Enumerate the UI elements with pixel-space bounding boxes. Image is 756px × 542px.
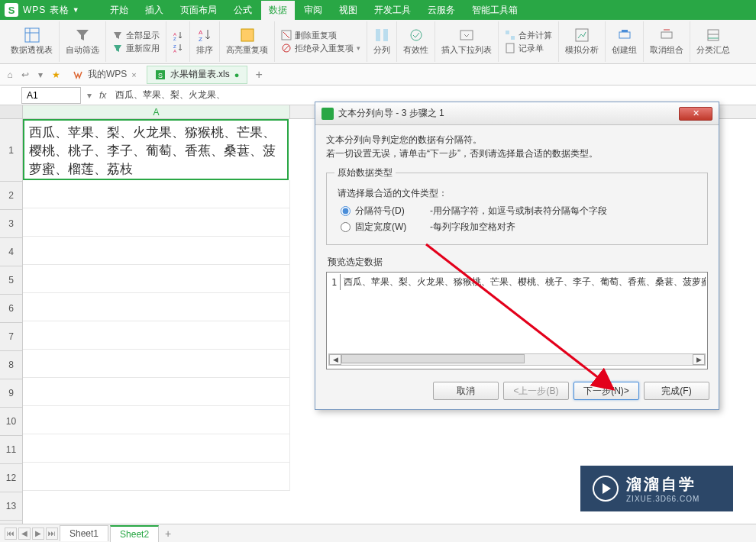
menu-formula[interactable]: 公式: [226, 1, 260, 20]
simulate-icon: [574, 27, 590, 43]
row-header-1[interactable]: 1: [0, 119, 22, 182]
dialog-titlebar[interactable]: 文本分列向导 - 3 步骤之 1 ✕: [315, 102, 719, 125]
cell-row[interactable]: [23, 350, 290, 378]
simulate-button[interactable]: 模拟分析: [565, 27, 599, 56]
highlight-dup-button[interactable]: 高亮重复项: [226, 27, 268, 56]
add-sheet-button[interactable]: +: [160, 527, 176, 540]
row-header-2[interactable]: 2: [0, 182, 22, 210]
cell-a1[interactable]: 西瓜、苹果、梨、火龙果、猕猴桃、芒果、樱桃、桃子、李子、葡萄、香蕉、桑葚、菠萝蜜…: [23, 119, 289, 180]
sheet-nav-last-icon[interactable]: ⏭: [46, 527, 58, 540]
remove-dup-button[interactable]: 删除重复项: [281, 30, 337, 41]
row-header-10[interactable]: 10: [0, 408, 22, 436]
name-box-dropdown-icon[interactable]: ▾: [84, 90, 95, 101]
cell-row[interactable]: [23, 208, 290, 237]
validation-button[interactable]: 有效性: [403, 27, 428, 56]
next-button[interactable]: 下一步(N)>: [573, 382, 639, 400]
radio-delimited[interactable]: [341, 206, 351, 216]
name-box[interactable]: A1: [21, 87, 81, 104]
row-header-5[interactable]: 5: [0, 266, 22, 295]
svg-text:A: A: [199, 29, 203, 36]
select-all-corner[interactable]: [0, 105, 22, 119]
record-button[interactable]: 记录单: [505, 43, 544, 54]
menu-review[interactable]: 审阅: [296, 1, 330, 20]
svg-rect-23: [622, 30, 628, 32]
formula-input[interactable]: 西瓜、苹果、梨、火龙果、: [111, 89, 756, 102]
scroll-right-icon[interactable]: ▶: [693, 354, 705, 365]
menu-smart-tools[interactable]: 智能工具箱: [464, 1, 525, 20]
cell-row[interactable]: [23, 293, 290, 321]
scroll-thumb[interactable]: [341, 354, 525, 363]
subtotal-icon: [706, 27, 721, 43]
tab-my-wps[interactable]: 我的WPS ×: [64, 66, 145, 84]
row-header-6[interactable]: 6: [0, 295, 22, 323]
original-data-type-group: 原始数据类型 请选择最合适的文件类型： 分隔符号(D) -用分隔字符，如逗号或制…: [326, 166, 708, 245]
prev-button[interactable]: <上一步(B): [503, 382, 569, 400]
sheet-nav-prev-icon[interactable]: ◀: [18, 527, 31, 540]
group-button[interactable]: 创建组: [612, 27, 637, 56]
sort-button[interactable]: AZ排序: [196, 27, 213, 56]
cancel-button[interactable]: 取消: [433, 382, 499, 400]
menu-view[interactable]: 视图: [331, 1, 365, 20]
sheet-nav-first-icon[interactable]: ⏮: [5, 527, 17, 540]
row-header-4[interactable]: 4: [0, 238, 22, 266]
row-header-9[interactable]: 9: [0, 379, 22, 408]
main-menu: 开始 插入 页面布局 公式 数据 审阅 视图 开发工具 云服务 智能工具箱: [102, 1, 525, 20]
insert-dropdown-button[interactable]: 插入下拉列表: [441, 27, 492, 56]
cell-row[interactable]: [23, 265, 290, 293]
cell-row[interactable]: [23, 463, 290, 491]
cell-row[interactable]: [23, 321, 290, 350]
finish-button[interactable]: 完成(F): [644, 382, 709, 400]
column-header-a[interactable]: A: [23, 105, 290, 118]
cell-row[interactable]: [23, 378, 290, 406]
close-icon[interactable]: ×: [131, 70, 136, 79]
watermark-badge: 溜溜自学 ZIXUE.3D66.COM: [580, 466, 733, 511]
sort-asc-icon[interactable]: AZ: [173, 31, 183, 41]
doctab-dropdown-icon[interactable]: ▾: [34, 68, 47, 82]
row-header-13[interactable]: 13: [0, 492, 22, 521]
row-header-8[interactable]: 8: [0, 351, 22, 379]
preview-label: 预览选定数据: [328, 256, 708, 269]
cell-row[interactable]: [23, 434, 290, 463]
cell-row[interactable]: [23, 406, 290, 434]
scroll-left-icon[interactable]: ◀: [329, 354, 341, 365]
consolidate-button[interactable]: 合并计算: [505, 30, 552, 41]
new-tab-button[interactable]: +: [249, 68, 268, 82]
sheet-tab-2[interactable]: Sheet2: [110, 525, 159, 542]
text-to-columns-button[interactable]: 分列: [373, 27, 390, 56]
reapply-button[interactable]: 重新应用: [112, 43, 160, 54]
menu-cloud[interactable]: 云服务: [420, 1, 463, 20]
menu-insert[interactable]: 插入: [137, 1, 171, 20]
sort-desc-icon[interactable]: ZA: [173, 43, 183, 53]
radio-fixed-width[interactable]: [341, 222, 351, 232]
fx-icon[interactable]: fx: [95, 90, 111, 101]
sheet-tab-1[interactable]: Sheet1: [60, 525, 108, 541]
menu-devtools[interactable]: 开发工具: [367, 1, 418, 20]
menu-start[interactable]: 开始: [102, 1, 136, 20]
app-name: WPS 表格: [23, 4, 69, 17]
row-header-3[interactable]: 3: [0, 210, 22, 238]
show-all-button[interactable]: 全部显示: [112, 30, 160, 41]
cell-row[interactable]: [23, 237, 290, 265]
reject-dup-button[interactable]: 拒绝录入重复项 ▾: [281, 43, 360, 54]
cell-row[interactable]: [23, 180, 290, 208]
row-header-12[interactable]: 12: [0, 464, 22, 492]
autofilter-button[interactable]: 自动筛选: [66, 27, 99, 56]
favourite-icon[interactable]: ★: [49, 68, 63, 82]
pivot-table-button[interactable]: 数据透视表: [11, 27, 53, 56]
subtotal-button[interactable]: 分类汇总: [696, 27, 730, 56]
spreadsheet-file-icon: S: [155, 69, 166, 80]
nav-home-icon[interactable]: ⌂: [3, 68, 17, 82]
preview-h-scrollbar[interactable]: ◀ ▶: [328, 353, 706, 366]
sheet-nav-next-icon[interactable]: ▶: [32, 527, 44, 540]
close-icon[interactable]: ●: [234, 70, 240, 79]
dialog-description: 文本分列向导判定您的数据有分隔符。 若一切设置无误，请单击“下一步”，否则请选择…: [326, 133, 708, 160]
ungroup-button[interactable]: 取消组合: [650, 27, 683, 56]
app-menu-dropdown-icon[interactable]: ▼: [73, 6, 79, 14]
dialog-close-button[interactable]: ✕: [679, 107, 712, 121]
nav-back-icon[interactable]: ↩: [18, 68, 32, 82]
row-header-11[interactable]: 11: [0, 436, 22, 464]
tab-file[interactable]: S 水果销量表.xls ●: [147, 66, 248, 84]
menu-data[interactable]: 数据: [261, 1, 295, 20]
row-header-7[interactable]: 7: [0, 323, 22, 351]
menu-page-layout[interactable]: 页面布局: [173, 1, 225, 20]
